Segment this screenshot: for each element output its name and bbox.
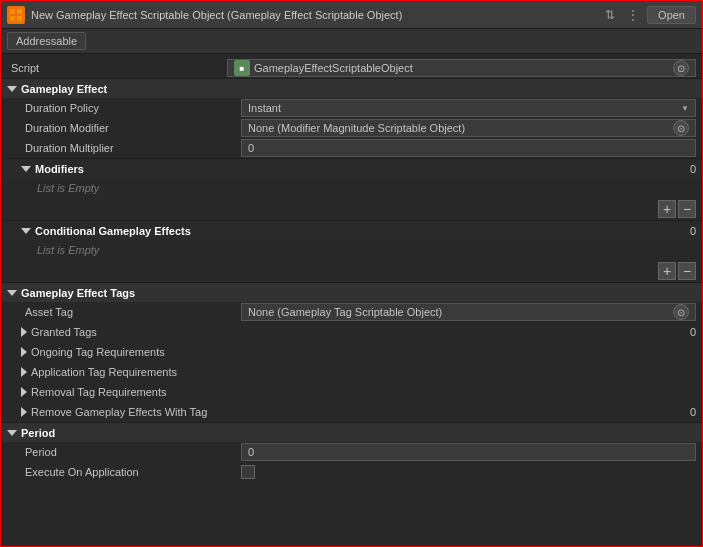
modifiers-add-button[interactable]: + [658,200,676,218]
title-bar: New Gameplay Effect Scriptable Object (G… [1,1,702,29]
duration-multiplier-value-container: 0 [241,139,696,157]
duration-multiplier-row: Duration Multiplier 0 [1,138,702,158]
gameplay-effect-label: Gameplay Effect [21,83,696,95]
execute-on-application-value-container [241,465,696,479]
script-value: GameplayEffectScriptableObject [254,62,413,74]
window-title: New Gameplay Effect Scriptable Object (G… [31,9,595,21]
gameplay-effect-tags-label: Gameplay Effect Tags [21,287,696,299]
conditional-effects-remove-button[interactable]: − [678,262,696,280]
period-row: Period 0 [1,442,702,462]
pin-button[interactable]: ⇅ [601,6,619,24]
app-icon [7,6,25,24]
application-tag-requirements-label: Application Tag Requirements [31,366,177,378]
main-window: New Gameplay Effect Scriptable Object (G… [0,0,703,547]
execute-on-application-checkbox[interactable] [241,465,255,479]
conditional-effects-count: 0 [666,225,696,237]
modifiers-label: Modifiers [35,163,666,175]
asset-tag-value: None (Gameplay Tag Scriptable Object) [248,306,442,318]
conditional-effects-add-button[interactable]: + [658,262,676,280]
script-label: Script [7,62,227,74]
title-actions: ⇅ ⋮ Open [601,6,696,24]
period-section[interactable]: Period [1,422,702,442]
granted-tags-count: 0 [690,326,696,338]
removal-tag-requirements-expand-icon[interactable] [21,387,27,397]
gameplay-effect-tags-section[interactable]: Gameplay Effect Tags [1,282,702,302]
conditional-effects-controls: + − [1,260,702,282]
duration-multiplier-value: 0 [248,142,254,154]
script-row: Script ■ GameplayEffectScriptableObject … [1,58,702,78]
modifiers-remove-button[interactable]: − [678,200,696,218]
removal-tag-requirements-label: Removal Tag Requirements [31,386,167,398]
script-object-field[interactable]: ■ GameplayEffectScriptableObject ⊙ [227,59,696,77]
modifiers-section[interactable]: Modifiers 0 [1,158,702,178]
duration-multiplier-field[interactable]: 0 [241,139,696,157]
duration-policy-row: Duration Policy Instant ▼ [1,98,702,118]
duration-modifier-value: None (Modifier Magnitude Scriptable Obje… [248,122,465,134]
period-value: 0 [248,446,254,458]
asset-tag-field[interactable]: None (Gameplay Tag Scriptable Object) ⊙ [241,303,696,321]
open-button[interactable]: Open [647,6,696,24]
gameplay-effect-section[interactable]: Gameplay Effect [1,78,702,98]
ongoing-tag-requirements-label: Ongoing Tag Requirements [31,346,165,358]
period-section-label: Period [21,427,696,439]
script-select-button[interactable]: ⊙ [673,60,689,76]
asset-tag-label: Asset Tag [21,306,241,318]
script-value-container: ■ GameplayEffectScriptableObject ⊙ [227,59,696,77]
period-collapse-icon[interactable] [7,430,17,436]
addressable-button[interactable]: Addressable [7,32,86,50]
duration-modifier-value-container: None (Modifier Magnitude Scriptable Obje… [241,119,696,137]
asset-tag-value-container: None (Gameplay Tag Scriptable Object) ⊙ [241,303,696,321]
ongoing-tag-requirements-row[interactable]: Ongoing Tag Requirements [1,342,702,362]
remove-gameplay-effects-row[interactable]: Remove Gameplay Effects With Tag 0 [1,402,702,422]
asset-tag-row: Asset Tag None (Gameplay Tag Scriptable … [1,302,702,322]
period-label: Period [21,446,241,458]
conditional-effects-empty-row: List is Empty [1,240,702,260]
duration-modifier-label: Duration Modifier [21,122,241,134]
application-tag-requirements-expand-icon[interactable] [21,367,27,377]
svg-rect-3 [17,16,22,21]
execute-on-application-label: Execute On Application [21,466,241,478]
conditional-effects-section[interactable]: Conditional Gameplay Effects 0 [1,220,702,240]
conditional-effects-collapse-icon[interactable] [21,228,31,234]
period-field[interactable]: 0 [241,443,696,461]
ongoing-tag-requirements-expand-icon[interactable] [21,347,27,357]
duration-modifier-field[interactable]: None (Modifier Magnitude Scriptable Obje… [241,119,696,137]
modifiers-empty-text: List is Empty [37,180,99,196]
removal-tag-requirements-row[interactable]: Removal Tag Requirements [1,382,702,402]
modifiers-controls: + − [1,198,702,220]
modifiers-count: 0 [666,163,696,175]
granted-tags-label: Granted Tags [31,326,97,338]
dropdown-arrow-icon: ▼ [681,104,689,113]
granted-tags-row[interactable]: Granted Tags 0 [1,322,702,342]
remove-gameplay-effects-count: 0 [690,406,696,418]
granted-tags-expand-icon[interactable] [21,327,27,337]
conditional-effects-label: Conditional Gameplay Effects [35,225,666,237]
script-icon: ■ [234,60,250,76]
duration-modifier-row: Duration Modifier None (Modifier Magnitu… [1,118,702,138]
toolbar: Addressable [1,29,702,54]
modifiers-collapse-icon[interactable] [21,166,31,172]
duration-multiplier-label: Duration Multiplier [21,142,241,154]
duration-policy-label: Duration Policy [21,102,241,114]
duration-policy-value-container: Instant ▼ [241,99,696,117]
asset-tag-select-button[interactable]: ⊙ [673,304,689,320]
gameplay-effect-collapse-icon[interactable] [7,86,17,92]
svg-rect-0 [10,9,15,14]
application-tag-requirements-row[interactable]: Application Tag Requirements [1,362,702,382]
duration-policy-dropdown[interactable]: Instant ▼ [241,99,696,117]
remove-gameplay-effects-expand-icon[interactable] [21,407,27,417]
menu-button[interactable]: ⋮ [623,6,643,24]
period-value-container: 0 [241,443,696,461]
content-area[interactable]: Script ■ GameplayEffectScriptableObject … [1,54,702,546]
svg-rect-1 [17,9,22,14]
gameplay-effect-tags-collapse-icon[interactable] [7,290,17,296]
svg-rect-2 [10,16,15,21]
duration-policy-value: Instant [248,102,281,114]
remove-gameplay-effects-label: Remove Gameplay Effects With Tag [31,406,207,418]
conditional-effects-empty-text: List is Empty [37,242,99,258]
execute-on-application-row: Execute On Application [1,462,702,482]
modifiers-empty-row: List is Empty [1,178,702,198]
duration-modifier-select-button[interactable]: ⊙ [673,120,689,136]
